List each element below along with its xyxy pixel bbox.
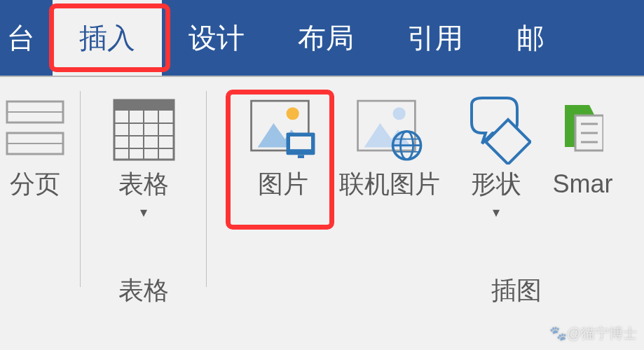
svg-rect-26 — [486, 120, 531, 164]
tab-insert[interactable]: 插入 — [53, 0, 162, 76]
group-pages: 分页 — [0, 77, 81, 315]
online-picture-button[interactable]: 联机图片 — [329, 91, 451, 224]
smartart-button[interactable]: Smar — [542, 91, 612, 224]
smartart-label: Smar — [552, 170, 612, 198]
table-group-label: 表格 — [118, 263, 169, 308]
shapes-icon — [461, 94, 531, 164]
picture-label: 图片 — [258, 170, 308, 198]
tab-layout[interactable]: 布局 — [271, 0, 381, 76]
svg-rect-5 — [114, 100, 174, 111]
svg-rect-17 — [298, 155, 304, 158]
online-picture-icon — [355, 94, 425, 164]
svg-point-13 — [287, 107, 299, 120]
shapes-label: 形状 — [471, 170, 521, 198]
svg-marker-20 — [364, 123, 412, 148]
picture-button[interactable]: 图片 — [238, 91, 329, 224]
table-icon — [109, 94, 179, 164]
table-dropdown-arrow: ▾ — [140, 204, 147, 220]
illustrations-group-label: 插图 — [491, 263, 542, 308]
watermark: 🐾@猫宁博士 — [549, 324, 637, 343]
table-button[interactable]: 表格 ▾ — [98, 91, 189, 224]
group-illustrations: 图片 联机图片 — [207, 77, 644, 315]
svg-point-19 — [393, 107, 406, 120]
smartart-icon — [561, 94, 603, 164]
ribbon: 分页 表格 ▾ 表格 — [0, 77, 644, 315]
tab-mailings-partial[interactable]: 邮 — [490, 0, 551, 76]
page-break-icon — [0, 94, 70, 164]
shapes-dropdown-arrow: ▾ — [493, 204, 500, 220]
table-label: 表格 — [118, 170, 169, 198]
shapes-button[interactable]: 形状 ▾ — [451, 91, 542, 224]
ribbon-tab-bar: 台 插入 设计 布局 引用 邮 — [0, 0, 644, 77]
tab-references[interactable]: 引用 — [381, 0, 490, 76]
group-tables: 表格 ▾ 表格 — [81, 77, 207, 315]
tab-partial-left[interactable]: 台 — [0, 0, 53, 76]
page-break-button[interactable]: 分页 — [0, 91, 81, 202]
picture-icon — [248, 94, 318, 164]
page-break-label: 分页 — [10, 170, 60, 198]
tab-design[interactable]: 设计 — [162, 0, 271, 76]
online-picture-label: 联机图片 — [339, 170, 440, 198]
svg-rect-16 — [290, 136, 311, 149]
